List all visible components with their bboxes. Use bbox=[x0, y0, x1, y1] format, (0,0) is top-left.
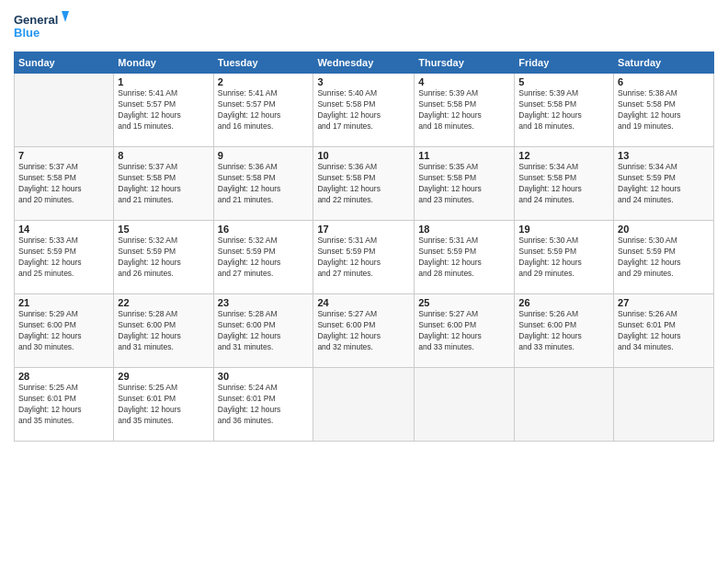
day-number: 19 bbox=[518, 224, 609, 235]
week-row-2: 7Sunrise: 5:37 AM Sunset: 5:58 PM Daylig… bbox=[15, 147, 714, 221]
day-info: Sunrise: 5:39 AM Sunset: 5:58 PM Dayligh… bbox=[418, 88, 510, 132]
week-row-1: 1Sunrise: 5:41 AM Sunset: 5:57 PM Daylig… bbox=[15, 74, 714, 147]
day-cell bbox=[515, 368, 614, 442]
day-info: Sunrise: 5:28 AM Sunset: 6:00 PM Dayligh… bbox=[218, 309, 310, 353]
day-info: Sunrise: 5:30 AM Sunset: 5:59 PM Dayligh… bbox=[618, 236, 710, 280]
day-header-monday: Monday bbox=[114, 52, 213, 74]
day-header-sunday: Sunday bbox=[15, 52, 114, 74]
day-info: Sunrise: 5:27 AM Sunset: 6:00 PM Dayligh… bbox=[317, 309, 410, 353]
day-cell: 22Sunrise: 5:28 AM Sunset: 6:00 PM Dayli… bbox=[114, 294, 213, 368]
day-info: Sunrise: 5:28 AM Sunset: 6:00 PM Dayligh… bbox=[118, 309, 209, 353]
day-number: 11 bbox=[418, 150, 510, 161]
day-info: Sunrise: 5:40 AM Sunset: 5:58 PM Dayligh… bbox=[317, 88, 410, 132]
day-info: Sunrise: 5:41 AM Sunset: 5:57 PM Dayligh… bbox=[118, 88, 209, 132]
day-number: 22 bbox=[118, 297, 209, 308]
day-number: 28 bbox=[18, 371, 109, 382]
day-cell: 20Sunrise: 5:30 AM Sunset: 5:59 PM Dayli… bbox=[614, 221, 714, 294]
day-header-thursday: Thursday bbox=[415, 52, 515, 74]
day-number: 29 bbox=[118, 371, 209, 382]
day-cell: 7Sunrise: 5:37 AM Sunset: 5:58 PM Daylig… bbox=[15, 147, 114, 221]
day-header-tuesday: Tuesday bbox=[213, 52, 313, 74]
day-info: Sunrise: 5:24 AM Sunset: 6:01 PM Dayligh… bbox=[218, 383, 310, 427]
day-info: Sunrise: 5:33 AM Sunset: 5:59 PM Dayligh… bbox=[18, 236, 109, 280]
day-cell: 26Sunrise: 5:26 AM Sunset: 6:00 PM Dayli… bbox=[515, 294, 614, 368]
day-cell: 24Sunrise: 5:27 AM Sunset: 6:00 PM Dayli… bbox=[313, 294, 415, 368]
day-cell: 6Sunrise: 5:38 AM Sunset: 5:58 PM Daylig… bbox=[614, 74, 714, 147]
day-info: Sunrise: 5:32 AM Sunset: 5:59 PM Dayligh… bbox=[118, 236, 209, 280]
day-info: Sunrise: 5:36 AM Sunset: 5:58 PM Dayligh… bbox=[218, 162, 310, 206]
day-number: 16 bbox=[218, 224, 310, 235]
day-number: 25 bbox=[418, 297, 510, 308]
day-cell: 8Sunrise: 5:37 AM Sunset: 5:58 PM Daylig… bbox=[114, 147, 213, 221]
day-number: 20 bbox=[618, 224, 710, 235]
day-number: 13 bbox=[618, 150, 710, 161]
day-cell: 21Sunrise: 5:29 AM Sunset: 6:00 PM Dayli… bbox=[15, 294, 114, 368]
day-number: 2 bbox=[218, 76, 310, 87]
day-number: 8 bbox=[118, 150, 209, 161]
week-row-4: 21Sunrise: 5:29 AM Sunset: 6:00 PM Dayli… bbox=[15, 294, 714, 368]
day-header-friday: Friday bbox=[515, 52, 614, 74]
day-info: Sunrise: 5:27 AM Sunset: 6:00 PM Dayligh… bbox=[418, 309, 510, 353]
day-number: 9 bbox=[218, 150, 310, 161]
day-number: 21 bbox=[18, 297, 109, 308]
svg-text:Blue: Blue bbox=[14, 26, 40, 40]
day-cell: 30Sunrise: 5:24 AM Sunset: 6:01 PM Dayli… bbox=[213, 368, 313, 442]
day-cell: 9Sunrise: 5:36 AM Sunset: 5:58 PM Daylig… bbox=[213, 147, 313, 221]
day-number: 4 bbox=[418, 76, 510, 87]
day-cell: 5Sunrise: 5:39 AM Sunset: 5:58 PM Daylig… bbox=[515, 74, 614, 147]
day-cell bbox=[15, 74, 114, 147]
day-cell bbox=[313, 368, 415, 442]
day-cell: 12Sunrise: 5:34 AM Sunset: 5:58 PM Dayli… bbox=[515, 147, 614, 221]
day-info: Sunrise: 5:31 AM Sunset: 5:59 PM Dayligh… bbox=[418, 236, 510, 280]
day-number: 1 bbox=[118, 76, 209, 87]
day-info: Sunrise: 5:31 AM Sunset: 5:59 PM Dayligh… bbox=[317, 236, 410, 280]
day-number: 27 bbox=[618, 297, 710, 308]
day-info: Sunrise: 5:25 AM Sunset: 6:01 PM Dayligh… bbox=[118, 383, 209, 427]
day-number: 24 bbox=[317, 297, 410, 308]
day-cell bbox=[614, 368, 714, 442]
day-cell: 16Sunrise: 5:32 AM Sunset: 5:59 PM Dayli… bbox=[213, 221, 313, 294]
day-info: Sunrise: 5:34 AM Sunset: 5:58 PM Dayligh… bbox=[518, 162, 609, 206]
day-number: 18 bbox=[418, 224, 510, 235]
day-info: Sunrise: 5:36 AM Sunset: 5:58 PM Dayligh… bbox=[317, 162, 410, 206]
day-cell: 29Sunrise: 5:25 AM Sunset: 6:01 PM Dayli… bbox=[114, 368, 213, 442]
day-cell: 27Sunrise: 5:26 AM Sunset: 6:01 PM Dayli… bbox=[614, 294, 714, 368]
day-info: Sunrise: 5:26 AM Sunset: 6:01 PM Dayligh… bbox=[618, 309, 710, 353]
day-info: Sunrise: 5:37 AM Sunset: 5:58 PM Dayligh… bbox=[18, 162, 109, 206]
day-cell: 11Sunrise: 5:35 AM Sunset: 5:58 PM Dayli… bbox=[415, 147, 515, 221]
day-info: Sunrise: 5:38 AM Sunset: 5:58 PM Dayligh… bbox=[618, 88, 710, 132]
day-number: 15 bbox=[118, 224, 209, 235]
day-info: Sunrise: 5:41 AM Sunset: 5:57 PM Dayligh… bbox=[218, 88, 310, 132]
day-number: 6 bbox=[618, 76, 710, 87]
day-cell: 19Sunrise: 5:30 AM Sunset: 5:59 PM Dayli… bbox=[515, 221, 614, 294]
day-info: Sunrise: 5:25 AM Sunset: 6:01 PM Dayligh… bbox=[18, 383, 109, 427]
day-cell: 25Sunrise: 5:27 AM Sunset: 6:00 PM Dayli… bbox=[415, 294, 515, 368]
day-number: 10 bbox=[317, 150, 410, 161]
day-info: Sunrise: 5:35 AM Sunset: 5:58 PM Dayligh… bbox=[418, 162, 510, 206]
day-cell: 1Sunrise: 5:41 AM Sunset: 5:57 PM Daylig… bbox=[114, 74, 213, 147]
logo-svg: General Blue bbox=[14, 9, 69, 44]
svg-marker-2 bbox=[62, 11, 69, 22]
day-header-saturday: Saturday bbox=[614, 52, 714, 74]
calendar-table: SundayMondayTuesdayWednesdayThursdayFrid… bbox=[14, 52, 714, 442]
day-cell: 14Sunrise: 5:33 AM Sunset: 5:59 PM Dayli… bbox=[15, 221, 114, 294]
day-number: 26 bbox=[518, 297, 609, 308]
day-cell: 15Sunrise: 5:32 AM Sunset: 5:59 PM Dayli… bbox=[114, 221, 213, 294]
day-cell: 4Sunrise: 5:39 AM Sunset: 5:58 PM Daylig… bbox=[415, 74, 515, 147]
day-cell: 28Sunrise: 5:25 AM Sunset: 6:01 PM Dayli… bbox=[15, 368, 114, 442]
day-cell: 17Sunrise: 5:31 AM Sunset: 5:59 PM Dayli… bbox=[313, 221, 415, 294]
day-number: 5 bbox=[518, 76, 609, 87]
day-cell: 18Sunrise: 5:31 AM Sunset: 5:59 PM Dayli… bbox=[415, 221, 515, 294]
day-number: 23 bbox=[218, 297, 310, 308]
svg-text:General: General bbox=[14, 13, 58, 27]
day-number: 3 bbox=[317, 76, 410, 87]
day-cell: 3Sunrise: 5:40 AM Sunset: 5:58 PM Daylig… bbox=[313, 74, 415, 147]
day-cell: 23Sunrise: 5:28 AM Sunset: 6:00 PM Dayli… bbox=[213, 294, 313, 368]
day-info: Sunrise: 5:32 AM Sunset: 5:59 PM Dayligh… bbox=[218, 236, 310, 280]
calendar-page: General Blue SundayMondayTuesdayWednesda… bbox=[0, 0, 728, 563]
day-header-wednesday: Wednesday bbox=[313, 52, 415, 74]
day-number: 7 bbox=[18, 150, 109, 161]
week-row-3: 14Sunrise: 5:33 AM Sunset: 5:59 PM Dayli… bbox=[15, 221, 714, 294]
day-info: Sunrise: 5:39 AM Sunset: 5:58 PM Dayligh… bbox=[518, 88, 609, 132]
day-info: Sunrise: 5:34 AM Sunset: 5:59 PM Dayligh… bbox=[618, 162, 710, 206]
